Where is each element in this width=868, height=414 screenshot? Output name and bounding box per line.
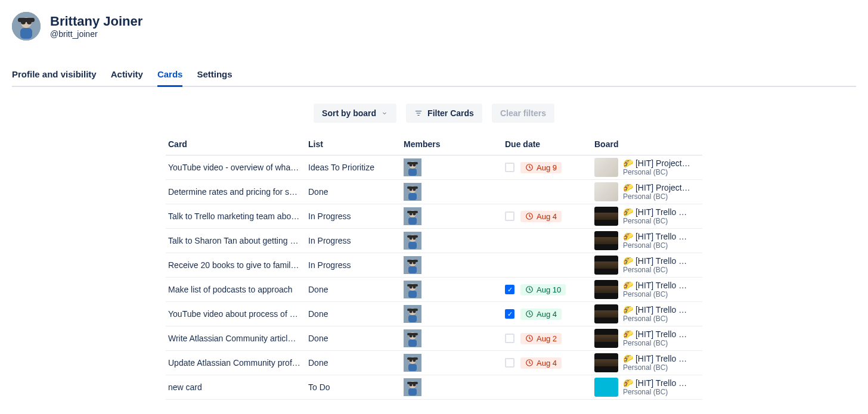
svg-point-17 xyxy=(410,188,413,191)
clock-icon xyxy=(525,212,534,220)
table-row[interactable]: Receive 20 books to give to famil…In Pro… xyxy=(166,253,702,278)
clock-icon xyxy=(525,285,534,294)
card-members xyxy=(404,183,505,201)
card-list: To Do xyxy=(308,382,404,392)
card-title: Update Atlassian Community prof… xyxy=(168,358,308,368)
board-name: 🌮 [HIT] Trello … xyxy=(623,207,687,217)
chevron-down-icon xyxy=(381,110,388,117)
card-board[interactable]: 🌮 [HIT] Project…Personal (BC) xyxy=(594,182,705,201)
card-board[interactable]: 🌮 [HIT] Trello …Personal (BC) xyxy=(594,280,705,299)
card-title: Talk to Trello marketing team abo… xyxy=(168,211,308,221)
board-name: 🌮 [HIT] Trello … xyxy=(623,305,687,315)
filter-label: Filter Cards xyxy=(427,108,474,118)
card-board[interactable]: 🌮 [HIT] Project…Personal (BC) xyxy=(594,158,705,177)
tab-activity[interactable]: Activity xyxy=(111,64,143,87)
svg-rect-41 xyxy=(407,284,418,287)
card-board[interactable]: 🌮 [HIT] Trello …Personal (BC) xyxy=(594,329,705,348)
table-row[interactable]: new cardTo Do🌮 [HIT] Trello …Personal (B… xyxy=(166,375,702,400)
svg-point-24 xyxy=(413,213,416,216)
table-row[interactable]: Talk to Trello marketing team abo…In Pro… xyxy=(166,204,702,229)
due-checkbox[interactable] xyxy=(505,358,514,368)
table-row[interactable]: Talk to Sharon Tan about getting …In Pro… xyxy=(166,229,702,253)
board-workspace: Personal (BC) xyxy=(623,217,687,225)
sort-button[interactable]: Sort by board xyxy=(314,104,396,123)
card-list: Done xyxy=(308,358,404,368)
card-board[interactable]: 🌮 [HIT] Trello …Personal (BC) xyxy=(594,207,705,226)
col-members: Members xyxy=(404,139,505,149)
due-checkbox[interactable]: ✓ xyxy=(505,309,514,319)
card-members xyxy=(404,158,505,176)
card-board[interactable]: 🌮 [HIT] Trello …Personal (BC) xyxy=(594,304,705,323)
svg-rect-21 xyxy=(408,217,417,225)
card-members xyxy=(404,281,505,298)
board-workspace: Personal (BC) xyxy=(623,363,687,372)
card-due: Aug 2 xyxy=(505,333,594,344)
svg-rect-9 xyxy=(407,162,418,164)
board-workspace: Personal (BC) xyxy=(623,290,687,298)
col-card: Card xyxy=(168,139,308,149)
table-row[interactable]: YouTube video - overview of wha…Ideas To… xyxy=(166,155,702,180)
board-name: 🌮 [HIT] Project… xyxy=(623,158,690,168)
due-checkbox[interactable] xyxy=(505,163,514,172)
table-row[interactable]: Make list of podcasts to approachDone✓Au… xyxy=(166,278,702,302)
member-avatar[interactable] xyxy=(404,183,421,201)
svg-rect-61 xyxy=(408,364,417,371)
svg-rect-54 xyxy=(408,340,417,347)
table-row[interactable]: Write Atlassian Community articl…DoneAug… xyxy=(166,326,702,351)
card-due: ✓Aug 4 xyxy=(505,309,594,320)
member-avatar[interactable] xyxy=(404,378,421,396)
board-name: 🌮 [HIT] Trello … xyxy=(623,354,687,363)
col-list: List xyxy=(308,139,404,149)
member-avatar[interactable] xyxy=(404,207,421,225)
svg-rect-3 xyxy=(18,18,35,22)
col-board: Board xyxy=(594,139,705,149)
member-avatar[interactable] xyxy=(404,329,421,347)
due-checkbox[interactable] xyxy=(505,334,514,343)
member-avatar[interactable] xyxy=(404,354,421,372)
svg-point-43 xyxy=(413,286,416,289)
card-members xyxy=(404,232,505,250)
board-workspace: Personal (BC) xyxy=(623,168,690,176)
card-list: Done xyxy=(308,187,404,197)
due-checkbox[interactable] xyxy=(505,211,514,221)
member-avatar[interactable] xyxy=(404,281,421,298)
member-avatar[interactable] xyxy=(404,158,421,176)
card-list: Done xyxy=(308,334,404,343)
tab-cards[interactable]: Cards xyxy=(157,64,183,87)
due-checkbox[interactable]: ✓ xyxy=(505,285,514,294)
card-board[interactable]: 🌮 [HIT] Trello …Personal (BC) xyxy=(594,353,705,372)
table-row[interactable]: Update Atlassian Community prof…DoneAug … xyxy=(166,351,702,375)
user-handle: @britt_joiner xyxy=(50,29,142,39)
svg-point-49 xyxy=(410,310,413,313)
table-header: Card List Members Due date Board xyxy=(166,139,702,155)
cards-table: Card List Members Due date Board YouTube… xyxy=(166,139,702,400)
tab-settings[interactable]: Settings xyxy=(197,64,232,87)
svg-rect-29 xyxy=(407,235,418,238)
member-avatar[interactable] xyxy=(404,232,421,250)
svg-rect-16 xyxy=(407,186,418,189)
card-title: Make list of podcasts to approach xyxy=(168,285,308,294)
svg-rect-68 xyxy=(408,388,417,396)
svg-point-36 xyxy=(410,262,413,264)
avatar-icon xyxy=(12,12,41,41)
card-title: YouTube video - overview of wha… xyxy=(168,163,308,172)
member-avatar[interactable] xyxy=(404,256,421,274)
profile-avatar[interactable] xyxy=(12,12,41,41)
svg-rect-8 xyxy=(408,169,417,176)
display-name: Brittany Joiner xyxy=(50,14,142,29)
svg-rect-34 xyxy=(408,266,417,273)
card-board[interactable]: 🌮 [HIT] Trello …Personal (BC) xyxy=(594,256,705,275)
card-board[interactable]: 🌮 [HIT] Trello …Personal (BC) xyxy=(594,378,705,397)
card-members xyxy=(404,354,505,372)
card-board[interactable]: 🌮 [HIT] Trello …Personal (BC) xyxy=(594,231,705,250)
tab-profile-and-visibility[interactable]: Profile and visibility xyxy=(12,64,97,87)
card-list: In Progress xyxy=(308,211,404,221)
card-list: Done xyxy=(308,309,404,319)
table-row[interactable]: Determine rates and pricing for s…Done🌮 … xyxy=(166,180,702,204)
svg-rect-55 xyxy=(407,333,418,335)
filter-button[interactable]: Filter Cards xyxy=(406,104,482,123)
table-row[interactable]: YouTube video about process of …Done✓Aug… xyxy=(166,302,702,326)
card-due: Aug 4 xyxy=(505,211,594,222)
member-avatar[interactable] xyxy=(404,305,421,323)
card-list: In Progress xyxy=(308,236,404,245)
